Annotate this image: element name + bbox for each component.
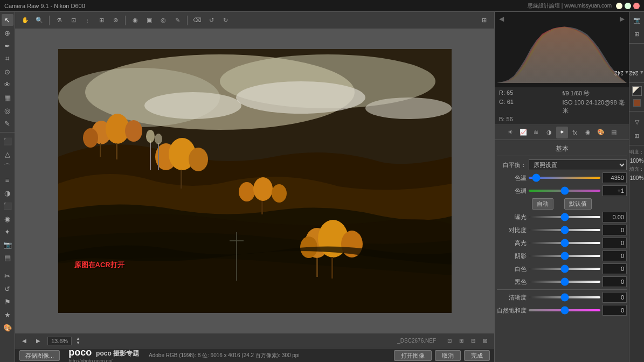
fr-triangle-icon[interactable]: ▽ [631,116,643,128]
blacks-slider[interactable] [529,281,600,283]
highlights-value[interactable] [603,238,627,248]
tab-active[interactable]: ✦ [556,127,568,138]
contrast-slider[interactable] [529,229,600,231]
tool-zoom[interactable]: ⊕ [2,27,13,39]
tool-eyedropper[interactable]: ✒ [2,40,13,52]
tool-color[interactable]: 🎨 [2,322,13,333]
redeye-tool[interactable]: ◉ [129,15,141,26]
auto-row: 自动 默认值 [497,198,627,210]
tool-camera[interactable]: 📷 [2,239,13,250]
tab-basic[interactable]: ☀ [504,127,516,138]
vibrance-slider[interactable] [529,309,600,311]
magnify-tool[interactable]: 🔍 [33,15,45,26]
view-btn3[interactable]: ⊟ [468,336,478,346]
tool-redeye[interactable]: 👁 [2,79,13,90]
crop-tool[interactable]: ⊡ [67,15,79,26]
spot-tool[interactable]: ⊗ [109,15,121,26]
hand-tool[interactable]: ✋ [19,15,31,26]
tool-heal[interactable]: ⊙ [2,66,13,78]
open-image-btn[interactable]: 打开图像 [394,350,432,361]
rotate-ccw[interactable]: ↺ [205,15,217,26]
poco-area: poco poco 摄影专题 http://photo.poco.cn/ [68,347,139,362]
radial-tool[interactable]: ◎ [157,15,169,26]
wb-select[interactable]: 原照设置 [529,159,627,170]
fr-grid-icon[interactable]: ⊞ [631,28,643,40]
hist-left[interactable]: ◀ [499,15,504,23]
default-btn[interactable]: 默认值 [564,198,592,210]
straighten-tool[interactable]: ⫶ [81,15,93,26]
svg-rect-8 [116,143,117,159]
zoom-down[interactable]: ▼ [76,341,80,345]
center-area: ✋ 🔍 ⚗ ⊡ ⫶ ⊞ ⊗ ◉ ▣ ◎ ✎ ⌫ ↺ ↻ ⊞ [15,12,494,362]
tool-flag[interactable]: ⚑ [2,296,13,308]
nav-prev[interactable]: ◀ [19,336,29,346]
blacks-value[interactable] [603,276,627,287]
wb-tool[interactable]: ⚗ [53,15,65,26]
tool-presets[interactable]: ▤ [2,252,13,263]
tab-curve[interactable]: 📈 [517,127,529,138]
tab-detail[interactable]: ≋ [530,127,542,138]
close-btn[interactable] [633,3,640,9]
clarity-value[interactable] [603,292,627,303]
tool-effects[interactable]: ✦ [2,226,13,238]
tool-bw[interactable]: ◑ [2,187,13,199]
shadows-value[interactable] [603,250,627,261]
vibrance-value[interactable] [603,305,627,316]
tool-gradient[interactable]: ▦ [2,92,13,103]
view-btn4[interactable]: ⊠ [480,336,490,346]
tab-presets[interactable]: ▤ [608,127,620,138]
nav-next[interactable]: ▶ [33,336,43,346]
full-screen-btn[interactable]: ⊞ [478,15,490,26]
auto-btn[interactable]: 自动 [532,198,553,210]
tool-ts[interactable]: △ [2,148,13,160]
done-btn[interactable]: 完成 [464,350,490,361]
shadows-slider[interactable] [529,255,600,257]
tool-rotate[interactable]: ↺ [2,283,13,295]
tab-fx[interactable]: fx [569,127,581,138]
zoom-controls[interactable]: ▲ ▼ [76,337,80,345]
cancel-btn[interactable]: 取消 [435,350,461,361]
contrast-value[interactable] [603,225,627,235]
exposure-slider[interactable] [529,216,600,218]
clarity-slider[interactable] [529,296,600,298]
tool-curves[interactable]: ⌒ [2,161,13,173]
whites-value[interactable] [603,263,627,274]
tool-crop[interactable]: ⌗ [2,53,13,65]
transform-tool[interactable]: ⊞ [95,15,107,26]
exposure-value[interactable] [603,212,627,222]
tab-hsl[interactable]: ◑ [543,127,555,138]
tool-crop2[interactable]: ✂ [2,270,13,282]
eraser-tool[interactable]: ⌫ [191,15,203,26]
adj-tool[interactable]: ✎ [171,15,183,26]
minimize-btn[interactable] [616,3,622,9]
tool-split[interactable]: ⬛ [2,200,13,212]
tint-slider[interactable] [529,190,600,192]
tool-wb[interactable]: ⬛ [2,135,13,147]
view-btn1[interactable]: ⊡ [445,336,454,346]
whites-slider[interactable] [529,268,600,270]
temp-value[interactable] [603,172,627,183]
tool-move[interactable]: ↖ [2,14,13,26]
tab-lens[interactable]: ◉ [582,127,594,138]
hist-right[interactable]: ▶ [620,15,625,23]
highlights-slider[interactable] [529,242,600,244]
fr-fg-color[interactable] [633,99,641,107]
tool-lens[interactable]: ◉ [2,213,13,225]
fr-r-value: 242 [614,67,624,79]
grad-tool[interactable]: ▣ [143,15,155,26]
tint-value[interactable] [603,185,627,196]
fr-color-swatch[interactable] [632,86,642,96]
fr-table-icon[interactable]: ⊞ [631,130,643,142]
temp-slider[interactable] [529,177,600,179]
tool-hsl[interactable]: ≡ [2,174,13,186]
b-label: B: [499,116,504,122]
rotate-cw[interactable]: ↻ [219,15,231,26]
maximize-btn[interactable] [625,3,631,9]
tool-radial[interactable]: ◎ [2,105,13,116]
view-btn2[interactable]: ⊞ [456,336,466,346]
tool-brush[interactable]: ✎ [2,117,13,129]
tool-star[interactable]: ★ [2,309,13,321]
fr-camera-icon[interactable]: 📷 [631,14,643,26]
tab-calib[interactable]: 🎨 [595,127,607,138]
save-image-btn[interactable]: 存储图像... [19,350,60,361]
